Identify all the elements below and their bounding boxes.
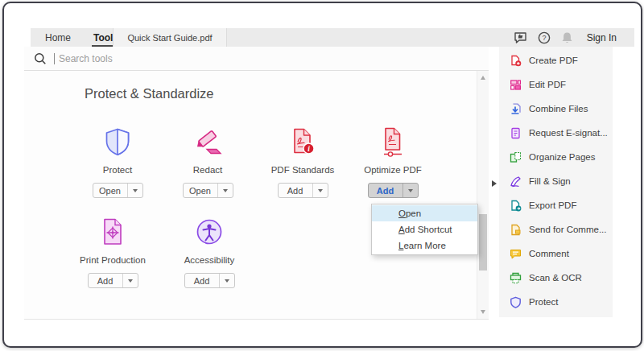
organize-pages-icon (510, 151, 522, 163)
feedback-icon[interactable] (514, 31, 527, 44)
right-tools-sidebar: Create PDF Edit PDF Combine Files Reques… (499, 47, 613, 317)
accessibility-add-action[interactable]: Add (185, 274, 220, 287)
svg-text:?: ? (542, 34, 546, 42)
menu-item-open[interactable]: Open (372, 205, 477, 221)
sidebar-item-label: Protect (529, 297, 558, 307)
redact-dropdown-toggle[interactable] (218, 184, 233, 197)
sidebar-item-label: Comment (529, 249, 569, 258)
print-production-icon[interactable] (100, 216, 126, 248)
print-production-dropdown-toggle[interactable] (123, 274, 138, 287)
caret-down-icon (128, 279, 133, 283)
redact-open-action[interactable]: Open (184, 184, 218, 197)
tab-document-label: Quick Start Guide.pdf (127, 33, 212, 43)
tool-label-pdf-standards: PDF Standards (271, 165, 335, 175)
optimize-pdf-context-menu: Open Add Shortcut Learn More (371, 204, 478, 255)
sidebar-item-request-esignatures[interactable]: Request E-signat... (499, 121, 613, 145)
caret-down-icon (133, 189, 138, 192)
sidebar-item-label: Send for Comme... (529, 225, 607, 234)
protect-dropdown-toggle[interactable] (128, 184, 142, 197)
accessibility-icon[interactable] (196, 216, 223, 248)
optimize-pdf-dropdown-toggle[interactable] (403, 184, 418, 197)
redact-marker-icon[interactable] (193, 126, 223, 158)
menu-item-learn-more[interactable]: Learn More (372, 237, 477, 254)
sidebar-item-label: Fill & Sign (529, 176, 571, 186)
sidebar-item-label: Combine Files (529, 104, 588, 114)
tool-label-redact: Redact (193, 165, 222, 175)
pdf-standards-add-action[interactable]: Add (279, 184, 313, 197)
protect-shield-icon[interactable] (105, 126, 130, 158)
sidebar-item-protect[interactable]: Protect (499, 290, 613, 314)
sidebar-item-label: Scan & OCR (529, 273, 582, 283)
caret-down-icon (225, 279, 229, 283)
accessibility-add-button[interactable]: Add (184, 273, 235, 288)
sidebar-item-label: Export PDF (529, 200, 576, 210)
request-esignatures-icon (510, 127, 522, 139)
sidebar-item-organize-pages[interactable]: Organize Pages (499, 145, 613, 169)
optimize-pdf-icon[interactable] (379, 126, 407, 158)
svg-text:i: i (308, 145, 310, 153)
app-window: Home Tools Quick Start Guide.pdf ? Sign … (2, 2, 642, 348)
tool-label-protect: Protect (103, 165, 132, 175)
text-cursor (54, 53, 55, 64)
sidebar-item-label: Create PDF (529, 56, 578, 65)
tool-card-redact: Redact Open (163, 126, 253, 198)
print-production-add-action[interactable]: Add (89, 274, 123, 287)
sign-in-button[interactable]: Sign In (587, 32, 617, 43)
sidebar-item-label: Request E-signat... (529, 128, 608, 138)
menu-item-add-shortcut[interactable]: Add Shortcut (372, 221, 477, 237)
sidebar-collapse-handle[interactable] (489, 177, 499, 190)
sidebar-item-combine-files[interactable]: Combine Files (499, 97, 613, 121)
sidebar-item-scan-ocr[interactable]: Scan & OCR (499, 266, 613, 290)
protect-shield-small-icon (510, 296, 522, 308)
protect-open-button[interactable]: Open (93, 183, 143, 198)
redact-open-button[interactable]: Open (183, 183, 233, 198)
print-production-add-button[interactable]: Add (88, 273, 138, 288)
edit-pdf-icon (510, 79, 522, 91)
tool-card-accessibility: Accessibility Add (164, 216, 254, 288)
tab-document[interactable]: Quick Start Guide.pdf (113, 28, 227, 47)
tool-label-print-production: Print Production (80, 255, 146, 265)
help-icon[interactable]: ? (538, 31, 551, 44)
combine-files-icon (510, 103, 522, 115)
pdf-standards-dropdown-toggle[interactable] (313, 184, 328, 197)
vertical-scrollbar[interactable] (477, 71, 489, 319)
caret-down-icon (223, 189, 228, 192)
sidebar-item-edit-pdf[interactable]: Edit PDF (499, 72, 613, 97)
pdf-standards-add-button[interactable]: Add (278, 183, 328, 198)
tools-panel: Protect & Standardize Protect Open Redac… (24, 71, 489, 320)
section-title: Protect & Standardize (85, 86, 214, 101)
search-icon (34, 52, 47, 65)
sidebar-item-send-for-comments[interactable]: Send for Comme... (499, 217, 613, 242)
topbar-right-cluster: ? Sign In (514, 28, 634, 47)
tool-card-protect: Protect Open (72, 126, 163, 198)
sidebar-item-label: Edit PDF (529, 80, 566, 89)
tool-card-print-production: Print Production Add (68, 216, 158, 288)
accessibility-dropdown-toggle[interactable] (220, 274, 234, 287)
scan-ocr-icon (510, 272, 522, 284)
tool-card-pdf-standards: i PDF Standards Add (258, 126, 348, 198)
pdf-standards-icon[interactable]: i (289, 126, 316, 158)
scroll-down-arrow-icon[interactable] (481, 310, 485, 314)
search-bar (24, 47, 489, 71)
scrollbar-thumb[interactable] (479, 214, 487, 270)
sidebar-item-fill-sign[interactable]: Fill & Sign (499, 169, 613, 193)
search-input[interactable] (57, 52, 489, 65)
sidebar-item-comment[interactable]: Comment (499, 242, 613, 266)
sidebar-item-create-pdf[interactable]: Create PDF (499, 48, 613, 72)
optimize-pdf-add-action[interactable]: Add (369, 184, 403, 197)
comment-icon (510, 248, 522, 260)
caret-down-icon (318, 189, 323, 192)
tool-card-optimize-pdf: Optimize PDF Add (348, 126, 438, 198)
protect-open-action[interactable]: Open (93, 184, 128, 197)
fill-sign-icon (510, 176, 522, 188)
scroll-up-arrow-icon[interactable] (481, 76, 485, 80)
export-pdf-icon (510, 200, 522, 212)
optimize-pdf-add-button[interactable]: Add (368, 183, 419, 198)
sidebar-item-export-pdf[interactable]: Export PDF (499, 193, 613, 217)
tab-home[interactable]: Home (39, 28, 77, 47)
notifications-bell-icon[interactable] (561, 31, 573, 44)
tool-label-accessibility: Accessibility (184, 255, 235, 265)
tool-label-optimize-pdf: Optimize PDF (364, 165, 422, 175)
top-tab-bar: Home Tools Quick Start Guide.pdf ? Sign … (31, 28, 634, 47)
caret-down-icon (408, 189, 413, 192)
